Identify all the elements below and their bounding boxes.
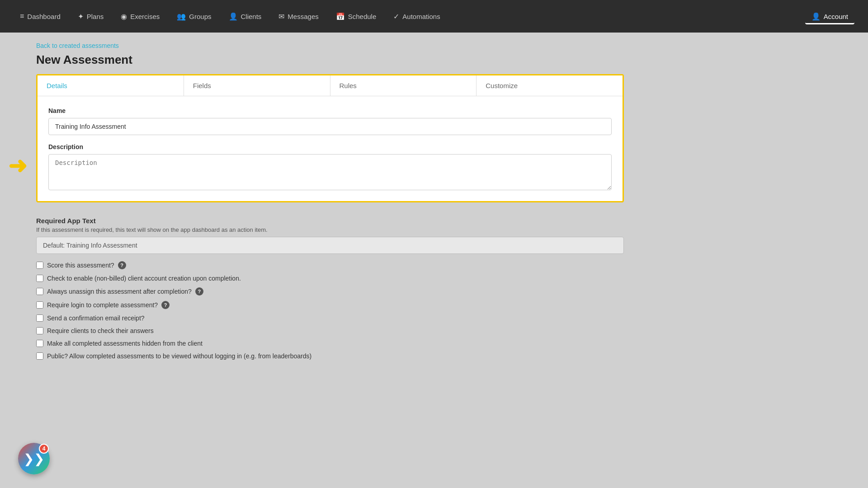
checkbox-public[interactable]: Public? Allow completed assessments to b… (36, 352, 624, 360)
checkbox-confirmation-email[interactable]: Send a confirmation email receipt? (36, 314, 624, 322)
tab-customize[interactable]: Customize (476, 75, 623, 96)
exercises-icon: ◉ (121, 12, 127, 21)
checkbox-score[interactable]: Score this assessment? ? (36, 261, 624, 269)
messages-icon: ✉ (278, 12, 284, 21)
tab-fields[interactable]: Fields (184, 75, 330, 96)
name-label: Name (48, 107, 612, 114)
nav-account[interactable]: 👤 Account (805, 9, 854, 24)
nav-plans[interactable]: ✦ Plans (71, 9, 110, 24)
page-title: New Assessment (36, 53, 841, 67)
schedule-icon: 📅 (336, 12, 345, 21)
main-content: ➜ Back to created assessments New Assess… (0, 33, 868, 488)
floating-app-badge: 4 (39, 444, 49, 454)
nav-clients[interactable]: 👤 Clients (222, 9, 268, 24)
account-icon: 👤 (811, 12, 821, 21)
description-textarea[interactable] (48, 154, 612, 190)
description-label: Description (48, 143, 612, 150)
checkbox-hidden[interactable]: Make all completed assessments hidden fr… (36, 340, 624, 347)
nav-automations[interactable]: ✓ Automations (387, 9, 446, 24)
checkbox-unassign-input[interactable] (36, 288, 43, 295)
dashboard-icon: ≡ (20, 12, 24, 20)
tab-content-details: Name Description (38, 96, 623, 201)
tab-bar: Details Fields Rules Customize (38, 75, 623, 96)
nav-exercises[interactable]: ◉ Exercises (114, 9, 166, 24)
checkbox-score-input[interactable] (36, 262, 43, 269)
top-navigation: ≡ Dashboard ✦ Plans ◉ Exercises 👥 Groups… (0, 0, 868, 33)
clients-icon: 👤 (229, 12, 238, 21)
outside-section: Required App Text If this assessment is … (36, 202, 624, 360)
arrow-indicator: ➜ (8, 155, 27, 177)
groups-icon: 👥 (177, 12, 186, 21)
nav-groups[interactable]: 👥 Groups (170, 9, 217, 24)
help-icon-unassign[interactable]: ? (195, 287, 203, 296)
name-input[interactable] (48, 118, 612, 135)
checkbox-public-input[interactable] (36, 352, 43, 360)
required-app-text-section: Required App Text If this assessment is … (36, 217, 624, 254)
checkbox-non-billed[interactable]: Check to enable (non-billed) client acco… (36, 275, 624, 282)
required-app-text-sublabel: If this assessment is required, this tex… (36, 226, 624, 233)
checkbox-non-billed-input[interactable] (36, 275, 43, 282)
floating-app-icon-inner: ❯❯ (24, 451, 44, 466)
tab-details[interactable]: Details (38, 75, 184, 96)
plans-icon: ✦ (78, 12, 84, 21)
checkbox-require-login-input[interactable] (36, 301, 43, 309)
checkbox-hidden-input[interactable] (36, 340, 43, 347)
nav-messages[interactable]: ✉ Messages (272, 9, 325, 24)
checkbox-unassign[interactable]: Always unassign this assessment after co… (36, 287, 624, 296)
checkbox-list: Score this assessment? ? Check to enable… (36, 261, 624, 360)
required-app-text-label: Required App Text (36, 217, 624, 225)
required-app-text-input[interactable] (36, 237, 624, 254)
automations-icon: ✓ (393, 12, 399, 21)
tab-rules[interactable]: Rules (330, 75, 477, 96)
checkbox-require-login[interactable]: Require login to complete assessment? ? (36, 301, 624, 309)
assessment-card: Details Fields Rules Customize Name Desc… (36, 74, 624, 202)
nav-dashboard[interactable]: ≡ Dashboard (14, 9, 67, 24)
help-icon-require-login[interactable]: ? (161, 301, 170, 309)
floating-app-icon[interactable]: 4 ❯❯ (18, 443, 50, 474)
back-link[interactable]: Back to created assessments (36, 42, 119, 49)
nav-schedule[interactable]: 📅 Schedule (330, 9, 383, 24)
help-icon-score[interactable]: ? (118, 261, 126, 269)
checkbox-confirmation-email-input[interactable] (36, 314, 43, 322)
checkbox-check-answers[interactable]: Require clients to check their answers (36, 327, 624, 334)
checkbox-check-answers-input[interactable] (36, 327, 43, 334)
